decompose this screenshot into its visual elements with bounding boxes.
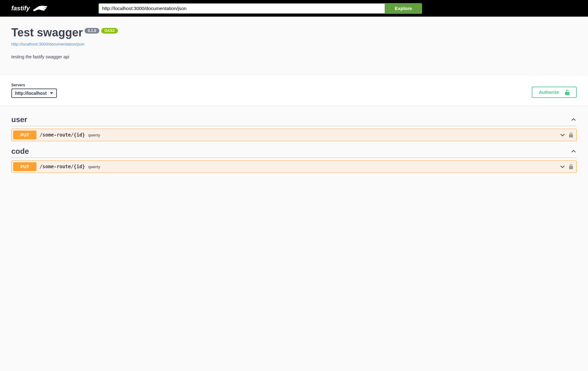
operation-path: /some-route/{id} — [40, 132, 85, 138]
method-badge: PUT — [13, 162, 36, 171]
operations-list: userPUT/some-route/{id}qwertycodePUT/som… — [0, 106, 588, 188]
authorize-button[interactable]: Authorize — [532, 87, 577, 98]
operation-path: /some-route/{id} — [40, 164, 85, 169]
chevron-up-icon — [570, 116, 577, 123]
operation-summary: qwerty — [88, 164, 560, 169]
tag-name: code — [11, 147, 29, 156]
spec-url-form: Explore — [98, 3, 422, 14]
operation-row[interactable]: PUT/some-route/{id}qwerty — [11, 160, 577, 173]
servers-bar: Servers http://localhost Authorize — [0, 75, 588, 106]
servers-select[interactable]: http://localhost — [11, 89, 57, 98]
tag-name: user — [11, 115, 27, 124]
servers-group: Servers http://localhost — [11, 83, 57, 98]
fastify-logo: fastify — [11, 5, 48, 12]
chevron-up-icon — [570, 148, 577, 154]
operation-controls — [559, 132, 573, 138]
lock-open-icon — [565, 89, 570, 95]
spec-url-link[interactable]: http://localhost:3000/documentation/json — [11, 42, 85, 46]
chevron-down-icon — [559, 164, 566, 170]
authorize-label: Authorize — [539, 90, 559, 95]
tag-header-code[interactable]: code — [11, 144, 577, 158]
lock-icon — [569, 164, 573, 169]
servers-label: Servers — [11, 83, 57, 87]
fastify-icon — [32, 5, 48, 12]
api-title: Test swagger — [11, 26, 83, 39]
chevron-down-icon — [559, 132, 566, 138]
logo-text: fastify — [11, 5, 30, 12]
tag-block-user: userPUT/some-route/{id}qwerty — [11, 112, 577, 141]
tag-header-user[interactable]: user — [11, 112, 577, 126]
explore-button[interactable]: Explore — [385, 3, 422, 14]
operation-summary: qwerty — [88, 133, 560, 137]
topbar: fastify Explore — [0, 0, 588, 17]
version-badge: 0.1.0 — [85, 28, 99, 34]
title-row: Test swagger 0.1.0 OAS3 — [11, 26, 577, 39]
api-description: testing the fastify swagger api — [11, 54, 577, 59]
operation-row[interactable]: PUT/some-route/{id}qwerty — [11, 129, 577, 141]
tag-block-code: codePUT/some-route/{id}qwerty — [11, 144, 577, 173]
oas-badge: OAS3 — [101, 28, 118, 34]
spec-url-input[interactable] — [98, 3, 385, 14]
info-section: Test swagger 0.1.0 OAS3 http://localhost… — [0, 17, 588, 75]
method-badge: PUT — [13, 131, 36, 139]
lock-icon — [569, 132, 573, 137]
operation-controls — [559, 164, 573, 170]
